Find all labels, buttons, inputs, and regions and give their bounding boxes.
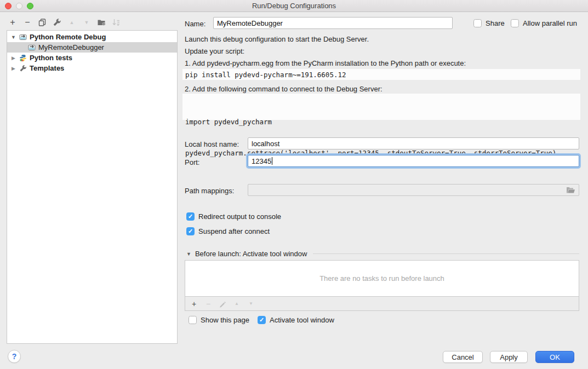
pip-command-code: pip install pydevd-pycharm~=191.6605.12 (182, 69, 580, 80)
no-tasks-message: There are no tasks to run before launch (319, 274, 444, 282)
configurations-toolbar: + − ▲ ▼ (8, 16, 121, 29)
port-label: Port: (185, 158, 199, 166)
name-label: Name: (185, 20, 205, 28)
move-task-down-icon: ▼ (247, 300, 255, 308)
move-task-up-icon: ▲ (233, 300, 241, 308)
checkbox-box (511, 19, 519, 27)
redirect-output-checkbox[interactable]: ✓ Redirect output to console (186, 212, 281, 221)
move-down-icon: ▼ (82, 18, 91, 27)
tree-item-label: Templates (30, 64, 64, 72)
tree-item-templates[interactable]: ▶ Templates (7, 63, 177, 73)
ok-button[interactable]: OK (535, 351, 574, 363)
apply-button[interactable]: Apply (490, 351, 528, 363)
tree-item-myremotedebugger[interactable]: MyRemoteDebugger (7, 42, 177, 53)
tree-item-label: Python tests (30, 54, 72, 62)
path-mappings-label: Path mappings: (185, 187, 234, 195)
sort-configurations-icon (112, 18, 121, 27)
allow-parallel-run-label: Allow parallel run (523, 19, 577, 27)
edit-templates-icon[interactable] (53, 18, 61, 27)
add-configuration-icon[interactable]: + (8, 18, 17, 27)
port-value: 12345 (252, 157, 271, 165)
intro-text: Launch this debug configuration to start… (185, 35, 369, 43)
tree-item-python-remote-debug[interactable]: ▼ Python Remote Debug (7, 32, 177, 42)
create-folder-icon[interactable] (97, 18, 106, 27)
copy-configuration-icon[interactable] (38, 18, 47, 27)
checkbox-box (189, 316, 197, 324)
run-debug-configurations-dialog: Run/Debug Configurations + − ▲ ▼ ▼ Pytho… (0, 0, 588, 369)
checkbox-box (473, 19, 482, 27)
tree-item-label: MyRemoteDebugger (38, 43, 104, 51)
checkbox-check-icon: ✓ (186, 227, 195, 235)
window-title: Run/Debug Configurations (252, 2, 336, 10)
chevron-down-icon[interactable]: ▼ (10, 34, 16, 40)
share-checkbox[interactable]: Share (473, 19, 505, 27)
path-mappings-input[interactable] (248, 184, 579, 196)
show-this-page-label: Show this page (201, 316, 249, 324)
step2-text: 2. Add the following command to connect … (185, 85, 383, 93)
tree-item-python-tests[interactable]: ▶ Python tests (7, 53, 177, 63)
before-launch-section-header[interactable]: ▼ Before launch: Activate tool window (186, 250, 579, 258)
python-tests-icon (19, 54, 27, 62)
checkbox-check-icon: ✓ (258, 316, 266, 324)
title-bar: Run/Debug Configurations (0, 0, 588, 12)
folder-icon[interactable] (566, 186, 576, 194)
help-button[interactable]: ? (8, 350, 21, 363)
cancel-button[interactable]: Cancel (443, 351, 483, 363)
chevron-right-icon[interactable]: ▶ (10, 66, 16, 71)
chevron-right-icon[interactable]: ▶ (10, 55, 16, 61)
checkbox-check-icon: ✓ (186, 212, 195, 221)
local-host-name-label: Local host name: (185, 140, 239, 148)
suspend-after-connect-label: Suspend after connect (198, 227, 270, 235)
code-line: import pydevd_pycharm (185, 117, 578, 127)
traffic-lights (5, 3, 33, 9)
zoom-window-button[interactable] (27, 3, 33, 9)
move-up-icon: ▲ (67, 18, 76, 27)
configurations-tree: ▼ Python Remote Debug MyRemoteDebugger ▶… (7, 30, 178, 344)
suspend-after-connect-checkbox[interactable]: ✓ Suspend after connect (186, 227, 270, 235)
share-label: Share (486, 19, 505, 27)
run-config-icon (28, 44, 36, 51)
local-host-name-input[interactable] (248, 137, 579, 149)
wrench-icon (19, 65, 27, 72)
add-task-icon[interactable]: + (190, 300, 198, 308)
activate-tool-window-checkbox[interactable]: ✓ Activate tool window (258, 316, 334, 324)
tasks-toolbar: + − ▲ ▼ (185, 297, 579, 311)
run-config-icon (19, 33, 27, 41)
edit-task-icon (219, 300, 226, 308)
close-window-button[interactable] (5, 3, 12, 9)
text-caret (272, 157, 272, 165)
port-input[interactable]: 12345 (248, 155, 579, 167)
section-divider (313, 253, 579, 254)
remove-configuration-icon[interactable]: − (23, 18, 32, 27)
allow-parallel-run-checkbox[interactable]: Allow parallel run (511, 19, 577, 27)
tree-item-label: Python Remote Debug (30, 33, 106, 41)
name-input[interactable] (213, 17, 453, 29)
remove-task-icon: − (204, 300, 212, 308)
show-this-page-checkbox[interactable]: Show this page (189, 316, 249, 324)
minimize-window-button[interactable] (16, 3, 22, 9)
question-icon: ? (12, 352, 17, 361)
before-launch-label: Before launch: Activate tool window (195, 250, 307, 258)
step1-text: 1. Add pydevd-pycharm.egg from the PyCha… (185, 59, 466, 67)
settrace-code-block: import pydevd_pycharm pydevd_pycharm.set… (182, 94, 580, 120)
chevron-down-icon[interactable]: ▼ (186, 251, 191, 257)
activate-tool-window-label: Activate tool window (270, 316, 334, 324)
redirect-output-label: Redirect output to console (198, 212, 281, 221)
before-launch-tasks-list[interactable]: There are no tasks to run before launch (185, 260, 579, 297)
update-script-text: Update your script: (185, 47, 244, 55)
